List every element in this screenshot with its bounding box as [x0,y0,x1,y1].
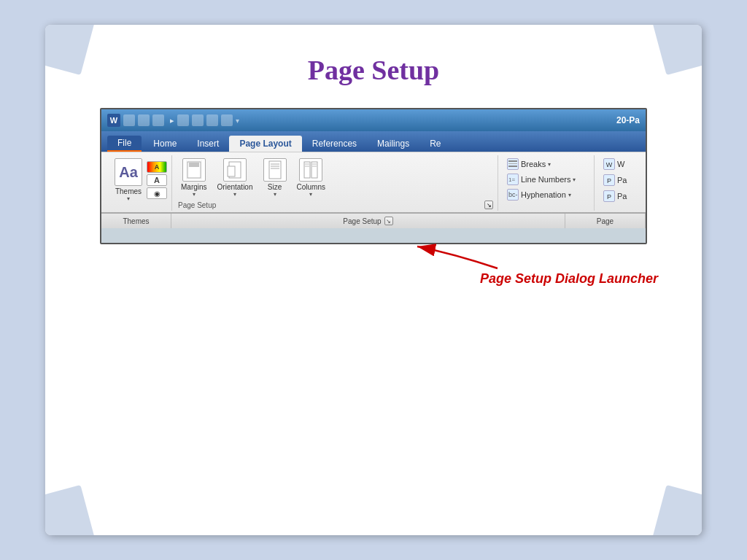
word-screenshot-wrapper: W ▸ ▾ 20-Pa File [74,108,673,287]
breaks-button[interactable]: Breaks ▾ [504,157,589,171]
page-setup-items: Margins ▾ Orientation [178,157,493,199]
page-color-label: Pa [617,176,627,184]
line-numbers-label: Line Numbers [521,175,570,184]
word-screenshot: W ▸ ▾ 20-Pa File [100,108,647,244]
footer-page-setup-launcher[interactable]: ↘ [384,217,393,225]
breaks-icon [507,158,519,170]
watermark-label: W [617,160,624,168]
tab-home[interactable]: Home [143,136,187,152]
page-setup-footer: Page Setup ↘ [178,201,493,209]
watermark-button[interactable]: W W [600,157,635,171]
tab-insert[interactable]: Insert [187,136,229,152]
breaks-label: Breaks [521,160,546,168]
themes-icons: Aa Themes ▾ A A [112,157,167,203]
title-bar-btn-2[interactable] [138,114,150,126]
theme-sub-buttons: A A ◉ [147,161,167,199]
watermark-icon: W [603,158,615,170]
page-group: W W P Pa P Pa [596,155,640,211]
line-numbers-arrow: ▾ [573,176,576,183]
size-label: Size [268,183,282,191]
theme-colors-button[interactable]: A [147,161,167,173]
annotation-arrow-svg [381,239,527,276]
columns-button[interactable]: Columns ▾ [294,157,328,199]
page-borders-label: Pa [617,192,627,201]
page-background-items: Breaks ▾ 1= Line Numbers ▾ [504,157,589,202]
hyphenation-label: Hyphenation [521,190,566,199]
theme-fonts-label: A [154,176,160,184]
document-area [101,228,646,243]
breaks-arrow: ▾ [548,161,551,168]
page-setup-group: Margins ▾ Orientation [174,155,498,211]
footer-page-setup-label: Page Setup [343,217,381,225]
ribbon-content: Aa Themes ▾ A A [101,152,646,214]
title-bar-down: ▾ [236,117,239,125]
hyphenation-icon: bc- [507,189,519,201]
tab-file[interactable]: File [107,136,142,152]
columns-arrow: ▾ [309,191,312,198]
hyphenation-arrow: ▾ [568,192,571,198]
page-borders-button[interactable]: P Pa [600,189,635,203]
orientation-label: Orientation [217,183,253,191]
footer-themes-label: Themes [123,217,149,225]
line-numbers-button[interactable]: 1= Line Numbers ▾ [504,172,589,187]
footer-page-section: Page [565,214,646,228]
page-setup-launcher[interactable]: ↘ [484,201,493,209]
title-bar-separator: ▸ [170,116,174,125]
theme-effects-button[interactable]: ◉ [147,187,167,199]
annotation-text: Page Setup Dialog Launcher [480,271,658,287]
title-bar: W ▸ ▾ 20-Pa [101,109,646,131]
footer-themes-section: Themes [101,214,171,228]
theme-fonts-button[interactable]: A [147,174,167,186]
margins-button[interactable]: Margins ▾ [178,157,210,199]
title-bar-left: W ▸ ▾ [107,114,239,127]
themes-button[interactable]: Aa Themes ▾ [112,157,145,203]
title-bar-btn-4[interactable] [177,114,189,126]
size-arrow: ▾ [274,191,276,198]
title-bar-btn-6[interactable] [206,114,218,126]
margins-label: Margins [181,183,207,191]
tab-re[interactable]: Re [419,136,451,152]
orientation-arrow: ▾ [233,191,236,198]
tab-page-layout[interactable]: Page Layout [229,136,301,152]
corner-decoration-br [651,485,702,535]
page-color-button[interactable]: P Pa [600,173,635,187]
svg-rect-18 [508,163,517,164]
theme-effects-icon: ◉ [154,190,160,198]
orientation-button[interactable]: Orientation ▾ [214,157,256,199]
corner-decoration-bl [45,485,96,535]
title-bar-btn-5[interactable] [192,114,204,126]
hyphenation-button[interactable]: bc- Hyphenation ▾ [504,187,589,202]
themes-arrow: ▾ [127,195,130,202]
page-borders-icon: P [603,190,615,202]
ribbon-footer: Themes Page Setup ↘ Page [101,214,646,228]
svg-rect-19 [508,166,517,167]
svg-rect-6 [228,166,235,176]
svg-text:bc-: bc- [508,191,518,198]
size-button[interactable]: Size ▾ [260,157,290,199]
page-group-items: W W P Pa P Pa [600,157,635,203]
themes-aa-icon: Aa [115,158,142,186]
margins-icon [182,158,206,182]
themes-group: Aa Themes ▾ A A [107,155,172,211]
title-bar-btn-1[interactable] [123,114,135,126]
title-bar-right-text: 20-Pa [616,115,640,125]
themes-label: Themes [115,187,142,195]
columns-icon [299,158,322,182]
svg-rect-0 [187,162,201,178]
title-bar-btn-7[interactable] [221,114,233,126]
ribbon-tabs: File Home Insert Page Layout References … [101,131,646,152]
size-icon [263,158,287,182]
theme-colors-label: A [155,163,160,171]
tab-references[interactable]: References [302,136,367,152]
columns-label: Columns [297,183,325,191]
tab-mailings[interactable]: Mailings [367,136,419,152]
svg-rect-17 [508,160,517,162]
page-color-icon: P [603,174,615,186]
page-background-group: Breaks ▾ 1= Line Numbers ▾ [500,155,595,211]
page-title: Page Setup [74,54,673,86]
page-setup-group-label: Page Setup [178,201,481,209]
annotation-area: Page Setup Dialog Launcher [74,250,673,287]
title-bar-btn-3[interactable] [152,114,164,126]
word-icon: W [107,114,120,127]
footer-page-label: Page [597,217,614,225]
